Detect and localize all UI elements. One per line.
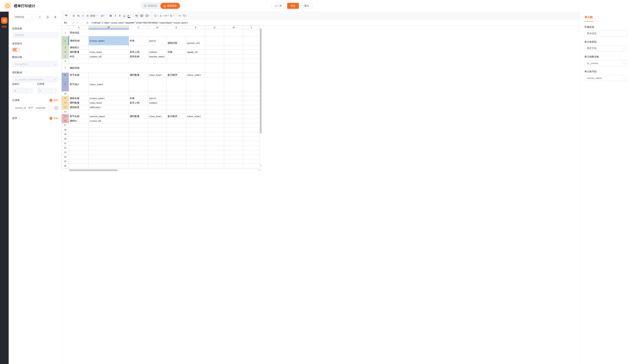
cell-C24[interactable] xyxy=(129,155,148,159)
cell-H18[interactable] xyxy=(224,128,243,132)
column-header-D[interactable]: D xyxy=(148,26,167,29)
cell-C16[interactable] xyxy=(129,119,148,123)
cell-I4[interactable] xyxy=(243,50,259,54)
row-header-4[interactable]: 4 xyxy=(62,50,69,54)
cell-B15[interactable]: {section_name} xyxy=(89,114,129,119)
cell-E25[interactable] xyxy=(167,159,186,164)
currency-format-button[interactable]: ¥ xyxy=(72,13,76,18)
cell-A8[interactable]: 章节名称 xyxy=(69,73,89,77)
cell-B14[interactable] xyxy=(89,110,129,114)
cell-E22[interactable] xyxy=(167,146,186,150)
cell-B12[interactable]: {class_hour} xyxy=(89,100,129,105)
cell-F22[interactable] xyxy=(186,146,205,150)
cell-E9[interactable] xyxy=(167,77,186,92)
cell-E20[interactable] xyxy=(167,137,186,141)
column-header-G[interactable]: G xyxy=(205,26,224,29)
cell-A9[interactable]: 章节简介 xyxy=(69,77,89,92)
cell-H24[interactable] xyxy=(224,155,243,159)
cell-E24[interactable] xyxy=(167,155,186,159)
cell-C23[interactable] xyxy=(129,150,148,155)
cell-D19[interactable] xyxy=(148,132,167,137)
cell-I16[interactable] xyxy=(243,119,259,123)
cell-H11[interactable] xyxy=(224,96,243,100)
horizontal-scroll-thumb[interactable] xyxy=(69,170,118,171)
formula-content[interactable]: {"cellType":1,"value":"course_name","dat… xyxy=(92,22,188,24)
cell-I12[interactable] xyxy=(243,100,259,105)
cell-I5[interactable] xyxy=(243,54,259,59)
cell-D2[interactable]: {price} xyxy=(148,36,167,45)
cell-D9[interactable] xyxy=(148,77,167,92)
cell-G11[interactable] xyxy=(205,96,224,100)
cell-E13[interactable] xyxy=(167,105,186,110)
cell-A6[interactable] xyxy=(69,59,89,63)
vertical-align-button[interactable]: ▾ xyxy=(159,13,164,18)
select-all-corner[interactable] xyxy=(62,26,69,29)
cell-F13[interactable] xyxy=(186,105,205,110)
paragraph-name-input[interactable]: 详情信息 xyxy=(12,32,58,38)
font-size-select-button[interactable]: 10▾ xyxy=(100,13,105,18)
cell-D17[interactable] xyxy=(148,123,167,128)
cell-C25[interactable] xyxy=(129,159,148,164)
row-header-16[interactable]: 16 xyxy=(62,119,69,123)
vertical-scrollbar[interactable]: ▲ ▼ xyxy=(260,27,262,168)
cell-B3[interactable] xyxy=(89,45,167,50)
step-up-button[interactable] xyxy=(28,88,33,90)
cell-C17[interactable] xyxy=(129,123,148,128)
cell-C22[interactable] xyxy=(129,146,148,150)
row-header-26[interactable]: 26 xyxy=(62,164,69,168)
decrease-decimal-button[interactable]: .0 xyxy=(81,13,85,18)
cell-B9[interactable]: {show_order} xyxy=(89,77,129,92)
cell-D13[interactable] xyxy=(148,105,167,110)
cell-D6[interactable] xyxy=(148,59,167,63)
filter-condition-chip[interactable]: course_id 等于 courseId xyxy=(12,105,52,111)
rail-item-template[interactable]: 模板 xyxy=(0,17,9,28)
cell-A23[interactable] xyxy=(69,150,89,155)
cell-H20[interactable] xyxy=(224,137,243,141)
cell-I11[interactable] xyxy=(243,96,259,100)
number-format-select-button[interactable]: 自动▾ xyxy=(90,13,97,18)
add-sort-link[interactable]: + 添加 xyxy=(50,116,58,120)
cell-A11[interactable]: 课程名称 xyxy=(69,96,89,100)
cell-C4[interactable]: 是否上线 xyxy=(129,50,148,54)
cell-F15[interactable]: {show_order} xyxy=(186,114,205,119)
cell-B21[interactable] xyxy=(89,141,129,146)
text-rotation-button[interactable]: ▾ xyxy=(169,13,174,18)
scroll-right-arrow-icon[interactable]: ▸ xyxy=(260,169,261,171)
cell-A12[interactable]: 课时数量 xyxy=(69,100,89,105)
cell-H21[interactable] xyxy=(224,141,243,146)
cell-F4[interactable]: {grade_id} xyxy=(186,50,205,54)
cell-I15[interactable] xyxy=(243,114,259,119)
cell-G12[interactable] xyxy=(205,100,224,105)
fill-color-button[interactable]: ▾ xyxy=(134,13,140,18)
cell-H16[interactable] xyxy=(224,119,243,123)
cell-E2[interactable]: 课程封面 xyxy=(167,36,186,50)
cell-C13[interactable] xyxy=(129,105,148,110)
cell-I2[interactable] xyxy=(243,36,259,45)
cell-G16[interactable] xyxy=(205,119,224,123)
cell-B2[interactable]: {course_name} xyxy=(89,36,129,45)
cell-D22[interactable] xyxy=(148,146,167,150)
cell-C11[interactable]: 价格 xyxy=(129,96,148,100)
cell-I8[interactable] xyxy=(243,73,259,77)
cell-E16[interactable] xyxy=(167,119,186,123)
cell-D11[interactable]: {price} xyxy=(148,96,167,100)
cell-E15[interactable]: 显示顺序 xyxy=(167,114,186,119)
paragraph-select[interactable]: 详情信息 xyxy=(12,14,35,20)
cell-F25[interactable] xyxy=(186,159,205,164)
cell-C18[interactable] xyxy=(129,128,148,132)
row-header-11[interactable]: 11 xyxy=(62,96,69,100)
cell-B19[interactable] xyxy=(89,132,129,137)
cell-A14[interactable] xyxy=(69,110,89,114)
cell-E18[interactable] xyxy=(167,128,186,132)
cell-I20[interactable] xyxy=(243,137,259,141)
row-header-23[interactable]: 23 xyxy=(62,150,69,155)
cell-C14[interactable] xyxy=(129,110,148,114)
italic-button[interactable]: I xyxy=(113,13,118,18)
cell-F24[interactable] xyxy=(186,155,205,159)
cell-I1[interactable] xyxy=(243,29,259,36)
row-header-6[interactable]: 6 xyxy=(62,59,69,63)
cell-G3[interactable] xyxy=(205,45,224,50)
cell-I24[interactable] xyxy=(243,155,259,159)
exit-button[interactable]: 退出 xyxy=(301,3,312,9)
row-header-1[interactable]: 1 xyxy=(62,29,69,36)
